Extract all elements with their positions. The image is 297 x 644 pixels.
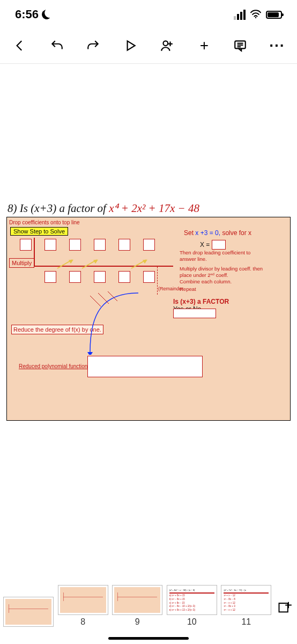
svg-point-0 [255, 17, 257, 18]
slide-thumb-9[interactable] [112, 585, 162, 615]
note-combine: Combine each column. [180, 279, 232, 285]
factor-answer-input[interactable] [173, 309, 216, 318]
note-repeat: Repeat [180, 286, 196, 292]
arrow-icon [131, 259, 147, 269]
comments-button[interactable] [232, 38, 248, 54]
slide-thumb-10[interactable]: (x³ + 8x² − x − 90) ÷ (x − 3) a) x² + 8x… [167, 585, 217, 615]
coeff-box-5[interactable] [143, 239, 155, 251]
share-person-button[interactable] [159, 38, 175, 54]
x-value-input[interactable] [212, 240, 226, 250]
reduce-arc-icon [87, 290, 146, 355]
redo-button[interactable] [85, 38, 101, 54]
synth-div-hline [34, 266, 173, 267]
coeff-box-2[interactable] [69, 239, 81, 251]
result-box-2[interactable] [69, 271, 81, 283]
show-step-button[interactable]: Show Step to Solve [10, 227, 68, 236]
drop-instruction: Drop coefficients onto top line [9, 219, 80, 225]
battery-icon [266, 11, 282, 19]
svg-point-2 [164, 41, 168, 46]
slide-thumb-7[interactable] [3, 597, 54, 627]
coeff-box-3[interactable] [94, 239, 106, 251]
set-equation: Set x +3 = 0, solve for x [184, 229, 251, 237]
home-indicator[interactable] [108, 637, 189, 640]
divisor-box[interactable] [20, 239, 32, 251]
undo-button[interactable] [49, 38, 65, 54]
x-equals: X = [200, 240, 226, 250]
wifi-icon [250, 9, 262, 20]
synth-div-vline [34, 238, 35, 267]
slide-number: 10 [187, 617, 197, 627]
back-button[interactable] [12, 38, 28, 54]
dashed-divider [157, 267, 158, 295]
svg-marker-9 [87, 352, 93, 355]
slide-thumbnails: 8 9 (x³ + 8x² − x − 90) ÷ (x − 3) a) x² … [0, 585, 297, 627]
dnd-moon-icon [40, 8, 54, 21]
svg-line-12 [108, 291, 117, 301]
slide-number: 9 [135, 617, 140, 627]
coeff-box-1[interactable] [44, 239, 56, 251]
status-time: 6:56 [15, 8, 39, 21]
note-drop-leading: Then drop leading coefficient to answer … [180, 250, 255, 262]
result-box-3[interactable] [94, 271, 106, 283]
result-box-1[interactable] [44, 271, 56, 283]
slide-number: 8 [80, 617, 85, 627]
more-button[interactable]: ··· [269, 38, 285, 54]
slide-thumb-11[interactable]: (x³ + 7x² − 6x − 72) ÷ (x x² + x − 12 x²… [221, 585, 271, 615]
slide-number: 11 [241, 617, 251, 627]
reduced-poly-label: Reduced polynomial function [19, 363, 87, 369]
play-button[interactable] [122, 38, 138, 54]
slide-thumb-8[interactable] [58, 585, 108, 615]
svg-line-10 [90, 296, 101, 306]
reduced-poly-input[interactable] [87, 356, 203, 377]
slide-canvas[interactable]: Drop coefficients onto top line Show Ste… [6, 217, 291, 421]
svg-line-11 [98, 293, 109, 304]
svg-rect-13 [279, 603, 287, 612]
result-box-4[interactable] [118, 271, 130, 283]
result-box-5[interactable] [143, 271, 155, 283]
svg-marker-1 [127, 41, 135, 50]
note-multiply: Multiply divisor by leading coeff. then … [180, 266, 265, 279]
arrow-icon [82, 259, 98, 269]
arrow-icon [57, 259, 73, 269]
insert-button[interactable]: + [196, 38, 212, 54]
cell-signal-icon [234, 10, 246, 20]
multiply-button[interactable]: Multiply [9, 258, 34, 268]
coeff-box-4[interactable] [118, 239, 130, 251]
status-bar: 6:56 [0, 0, 297, 27]
toolbar: + ··· [0, 27, 297, 64]
add-slide-button[interactable] [276, 598, 294, 616]
question-title: 8) Is (x+3) a factor of x⁴ + 2x² + 17x −… [8, 202, 199, 215]
